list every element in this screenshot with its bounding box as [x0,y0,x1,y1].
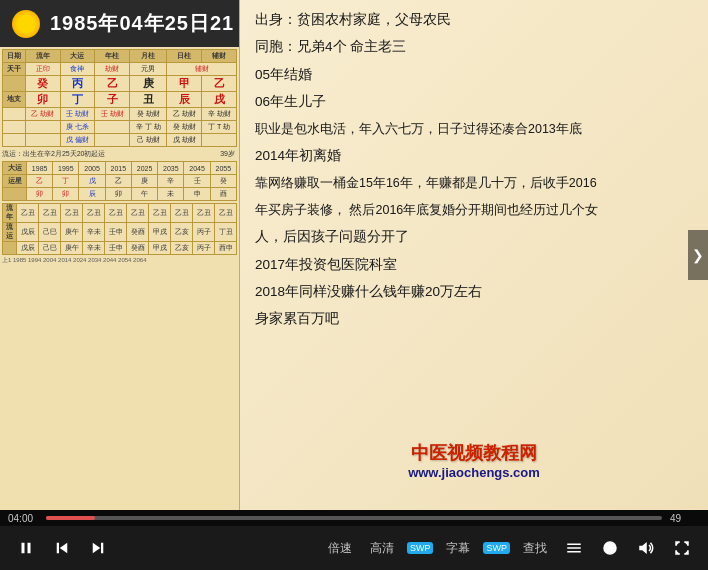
full-years-grid: 流年 乙丑乙丑乙丑乙丑乙丑乙丑乙丑乙丑乙丑乙丑 流运 戊辰己巳庚午辛未壬申癸酉甲… [2,203,237,255]
line-12: 身家累百万吧 [255,309,693,329]
next-button[interactable] [84,534,112,562]
playlist-icon[interactable] [560,534,588,562]
subtitle-badge: SWP [483,542,510,554]
svg-rect-0 [22,543,25,554]
time-end: 49 [670,513,700,524]
progress-bar-bg[interactable] [46,516,662,520]
watermark-url: www.jiaochengs.com [408,465,540,480]
line-6: 2014年初离婚 [255,146,693,166]
prev-button[interactable] [48,534,76,562]
svg-rect-1 [28,543,31,554]
nav-next-arrow[interactable]: ❯ [688,230,708,280]
volume-icon[interactable] [632,534,660,562]
date-text: 1985年04年25日21：59 [50,10,240,37]
years-grid: 大运 19851995200520152025203520452055 运星 乙… [2,161,237,201]
line-2: 同胞：兄弟4个 命主老三 [255,37,693,57]
line-4: 06年生儿子 [255,92,693,112]
svg-marker-4 [93,543,101,554]
progress-bar-fill [46,516,95,520]
line-3: 05年结婚 [255,65,693,85]
svg-rect-3 [57,543,59,554]
left-panel: 1985年04年25日21：59 飙生腾销破代 教程网 www.jiaochen… [0,0,240,510]
sun-icon [12,10,40,38]
chart-notes: 流运：出生在辛2月25天20初起运 39岁 [2,149,237,159]
line-10: 2017年投资包医院科室 [255,255,693,275]
line-9: 人，后因孩子问题分开了 [255,227,693,247]
main-chart-table: 日期 流年 大运 年柱 月柱 日柱 辅财 天干 正印 食神 劫财 [2,49,237,147]
cast-icon[interactable] [596,534,624,562]
video-container: 1985年04年25日21：59 飙生腾销破代 教程网 www.jiaochen… [0,0,708,570]
line-5: 职业是包水电活，年入六七万，日子过得还凑合2013年底 [255,119,693,139]
svg-marker-12 [639,542,647,554]
subtitle-button[interactable]: 字幕 [441,537,475,560]
svg-rect-8 [567,551,581,553]
line-8: 年买房子装修， 然后2016年底复婚分开期间也经历过几个女 [255,200,693,220]
play-pause-button[interactable] [12,534,40,562]
date-header: 1985年04年25日21：59 飙生腾销破代 教程网 www.jiaochen… [0,0,240,47]
speed-button[interactable]: 倍速 [323,537,357,560]
chart-content: 日期 流年 大运 年柱 月柱 日柱 辅财 天干 正印 食神 劫财 [0,47,239,510]
controls-bar: 倍速 高清 SWP 字幕 SWP 查找 [0,526,708,570]
svg-marker-2 [60,543,68,554]
fullscreen-icon[interactable] [668,534,696,562]
age-label: 39岁 [220,149,235,159]
year-range: 上1 1985 1994 2004 2014 2024 2034 2044 20… [2,256,237,265]
line-1: 出身：贫困农村家庭，父母农民 [255,10,693,30]
progress-area: 04:00 49 [0,510,708,526]
quality-button[interactable]: 高清 [365,537,399,560]
svg-point-11 [609,547,611,549]
svg-rect-6 [567,544,581,546]
right-panel: 出身：贫困农村家庭，父母农民 同胞：兄弟4个 命主老三 05年结婚 06年生儿子… [240,0,708,510]
search-button[interactable]: 查找 [518,537,552,560]
watermark-cn: 中医视频教程网 [408,441,540,465]
time-start: 04:00 [8,513,38,524]
svg-rect-5 [101,543,103,554]
line-11: 2018年同样没赚什么钱年赚20万左右 [255,282,693,302]
watermark-area: 中医视频教程网 www.jiaochengs.com [408,441,540,480]
quality-badge: SWP [407,542,434,554]
line-7: 靠网络赚取一桶金15年16年，年赚都是几十万，后收手2016 [255,173,693,193]
content-area: 1985年04年25日21：59 飙生腾销破代 教程网 www.jiaochen… [0,0,708,510]
svg-rect-7 [567,547,581,549]
